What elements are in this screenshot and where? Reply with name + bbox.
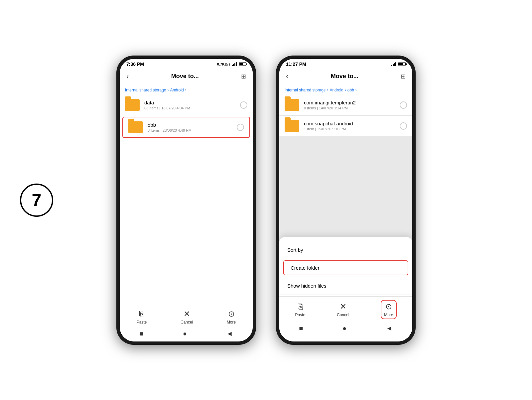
phone-2-snapchat-meta: 1 Item | 15/02/20 5:10 PM bbox=[304, 127, 400, 131]
phone-2-sheet-divider-2 bbox=[279, 277, 412, 277]
phone-2-body: 11:27 PM ‹ bbox=[276, 56, 416, 345]
phone-2-templerun-radio[interactable] bbox=[400, 101, 407, 109]
phone-2-nav-bar: ■ ● ◄ bbox=[279, 322, 412, 336]
phone-1-breadcrumb-sep1: › bbox=[167, 88, 169, 92]
phone-1-obb-name: obb bbox=[148, 122, 237, 128]
phone-2-breadcrumb-sep1: › bbox=[327, 88, 328, 92]
phone-2-snapchat-folder[interactable]: com.snapchat.android 1 Item | 15/02/20 5… bbox=[279, 116, 412, 136]
phone-1-toolbar: ⎘ Paste ✕ Cancel ⊙ More bbox=[120, 305, 253, 327]
phone-2-breadcrumb-sep2: › bbox=[345, 88, 346, 92]
phone-2-status-bar: 11:27 PM bbox=[279, 59, 412, 68]
phone-1-screen: 7:36 PM 0.7KB/s bbox=[120, 59, 253, 341]
phone-2-more-icon: ⊙ bbox=[385, 302, 392, 311]
phone-2-toolbar: ⎘ Paste ✕ Cancel ⊙ More bbox=[279, 296, 412, 322]
phone-2-bottom-sheet: Sort by Create folder Show hidden files … bbox=[279, 237, 412, 341]
phone-2-back-button[interactable]: ‹ bbox=[285, 71, 290, 82]
phone-2-more-btn[interactable]: ⊙ More bbox=[381, 300, 396, 319]
phone-2-sheet-divider-1 bbox=[279, 259, 412, 259]
phone-1-breadcrumb: Internal shared storage › Android › bbox=[120, 85, 253, 95]
phone-2-nav-circle[interactable]: ● bbox=[342, 325, 346, 332]
step-number-text: 7 bbox=[32, 190, 42, 210]
phone-2-breadcrumb-sep3: › bbox=[355, 88, 357, 92]
phone-2-show-hidden[interactable]: Show hidden files bbox=[279, 278, 412, 293]
phone-1-time: 7:36 PM bbox=[126, 62, 144, 67]
phone-2-signal bbox=[391, 62, 396, 66]
phone-1-obb-folder[interactable]: obb 3 Items | 28/06/20 4:49 PM bbox=[122, 117, 250, 138]
phone-1-data-meta: 63 Items | 13/07/20 4:04 PM bbox=[144, 106, 240, 110]
phone-1-nav-bar: ■ ● ◄ bbox=[120, 327, 253, 341]
phone-2-templerun-icon bbox=[285, 99, 299, 111]
phone-1-grid-icon[interactable]: ⊞ bbox=[240, 71, 247, 81]
phone-1-data-speed: 0.7KB/s bbox=[217, 62, 230, 66]
phone-1-body: 7:36 PM 0.7KB/s bbox=[116, 56, 256, 345]
phone-1-nav-square[interactable]: ■ bbox=[139, 330, 143, 337]
phone-2-breadcrumb-android: Android bbox=[330, 88, 343, 92]
phone-1: 7:36 PM 0.7KB/s bbox=[116, 56, 256, 345]
phone-2: 11:27 PM ‹ bbox=[276, 56, 416, 345]
phone-2-snapchat-radio[interactable] bbox=[400, 122, 407, 130]
phone-1-signal bbox=[232, 62, 237, 66]
phone-2-cancel-icon: ✕ bbox=[340, 302, 346, 311]
phone-2-paste-icon: ⎘ bbox=[298, 302, 303, 311]
phone-2-grid-icon[interactable]: ⊞ bbox=[399, 71, 407, 81]
phone-2-snapchat-info: com.snapchat.android 1 Item | 15/02/20 5… bbox=[304, 121, 400, 131]
phone-2-more-label: More bbox=[384, 313, 393, 317]
phone-1-cancel-label: Cancel bbox=[181, 320, 193, 325]
phone-2-title: Move to... bbox=[290, 73, 399, 80]
phone-2-sheet-divider-3 bbox=[279, 295, 412, 295]
phone-1-paste-label: Paste bbox=[137, 320, 147, 325]
phone-2-cancel-btn[interactable]: ✕ Cancel bbox=[337, 302, 349, 317]
phone-2-nav-back[interactable]: ◄ bbox=[386, 325, 393, 332]
phone-1-data-name: data bbox=[144, 100, 240, 105]
phone-2-breadcrumb-obb: obb bbox=[347, 88, 354, 92]
phone-1-obb-folder-icon bbox=[128, 121, 143, 133]
phone-1-paste-btn[interactable]: ⎘ Paste bbox=[137, 309, 147, 325]
phone-1-obb-meta: 3 Items | 28/06/20 4:49 PM bbox=[148, 128, 237, 132]
phone-2-status-icons bbox=[391, 62, 406, 66]
phone-1-more-icon: ⊙ bbox=[228, 309, 235, 319]
phone-2-cancel-label: Cancel bbox=[337, 313, 349, 317]
phone-2-paste-btn[interactable]: ⎘ Paste bbox=[295, 302, 305, 317]
phone-1-cancel-icon: ✕ bbox=[184, 309, 190, 319]
phone-2-app-bar: ‹ Move to... ⊞ bbox=[279, 68, 412, 85]
phone-2-breadcrumb-storage: Internal shared storage bbox=[285, 88, 326, 92]
phone-1-more-btn[interactable]: ⊙ More bbox=[227, 309, 236, 325]
phone-1-breadcrumb-android: Android bbox=[170, 88, 184, 92]
phone-2-time: 11:27 PM bbox=[286, 62, 306, 67]
phone-1-paste-icon: ⎘ bbox=[139, 309, 144, 319]
phone-1-data-info: data 63 Items | 13/07/20 4:04 PM bbox=[144, 100, 240, 110]
phone-2-templerun-folder[interactable]: com.imangi.templerun2 0 Items | 14/07/20… bbox=[279, 95, 412, 115]
phone-1-status-bar: 7:36 PM 0.7KB/s bbox=[120, 59, 253, 68]
phone-2-templerun-name: com.imangi.templerun2 bbox=[304, 100, 400, 105]
phone-1-title: Move to... bbox=[130, 73, 240, 80]
phone-1-data-radio[interactable] bbox=[240, 101, 247, 109]
phone-2-breadcrumb: Internal shared storage › Android › obb … bbox=[279, 85, 412, 95]
phone-1-nav-back[interactable]: ◄ bbox=[226, 330, 233, 337]
phone-2-battery bbox=[398, 62, 406, 66]
phone-1-breadcrumb-storage: Internal shared storage bbox=[125, 88, 166, 92]
phone-1-obb-info: obb 3 Items | 28/06/20 4:49 PM bbox=[148, 122, 237, 132]
phone-1-battery bbox=[239, 62, 246, 66]
phone-2-sort-by[interactable]: Sort by bbox=[279, 242, 412, 257]
phone-1-back-button[interactable]: ‹ bbox=[125, 71, 130, 82]
phone-2-screen: 11:27 PM ‹ bbox=[279, 59, 412, 341]
phone-2-templerun-info: com.imangi.templerun2 0 Items | 14/07/20… bbox=[304, 100, 400, 110]
phone-1-obb-radio[interactable] bbox=[237, 124, 244, 131]
phone-2-templerun-meta: 0 Items | 14/07/20 1:14 PM bbox=[304, 106, 400, 110]
phone-1-file-list: data 63 Items | 13/07/20 4:04 PM obb 3 I… bbox=[120, 95, 253, 305]
phone-2-nav-square[interactable]: ■ bbox=[299, 325, 303, 332]
phone-2-snapchat-icon bbox=[285, 120, 299, 132]
phone-2-paste-label: Paste bbox=[295, 313, 305, 317]
phone-2-snapchat-name: com.snapchat.android bbox=[304, 121, 400, 126]
phone-1-status-icons: 0.7KB/s bbox=[217, 62, 246, 66]
phone-1-data-folder[interactable]: data 63 Items | 13/07/20 4:04 PM bbox=[120, 95, 253, 115]
phone-1-nav-circle[interactable]: ● bbox=[183, 330, 187, 337]
phone-1-data-folder-icon bbox=[125, 99, 140, 111]
phone-1-more-label: More bbox=[227, 320, 236, 325]
phone-2-create-folder[interactable]: Create folder bbox=[283, 260, 408, 275]
phone-1-cancel-btn[interactable]: ✕ Cancel bbox=[181, 309, 193, 325]
phone-1-breadcrumb-sep2: › bbox=[185, 88, 187, 92]
phone-1-app-bar: ‹ Move to... ⊞ bbox=[120, 68, 253, 85]
step-number: 7 bbox=[20, 184, 53, 217]
